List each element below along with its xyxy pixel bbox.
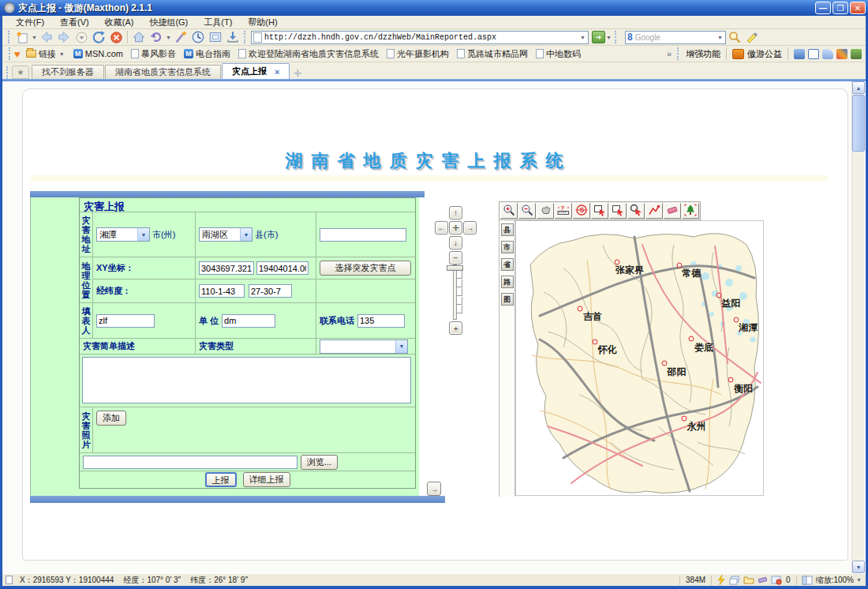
phone-input[interactable] [357,314,405,328]
minimize-button[interactable]: — [815,2,831,14]
pick-disaster-point-button[interactable]: 选择突发灾害点 [320,261,411,276]
longitude-input[interactable] [199,284,245,298]
layer-button-road[interactable]: 路 [501,276,514,288]
map-zoom-rect-button[interactable] [591,203,608,219]
map-zoom-in-button[interactable] [500,203,518,219]
tab-close-icon[interactable]: × [275,67,279,77]
search-box[interactable]: 8 Google ▼ [625,31,726,44]
maxthon-charity-link[interactable]: 傲游公益 [747,48,782,60]
hunan-map-canvas[interactable]: 张家界常德益阳湘潭吉首怀化娄底邵阳衡阳永州 [515,220,764,496]
eraser-status-icon[interactable] [758,576,768,584]
menu-groups[interactable]: 快捷组(G) [142,16,195,29]
new-tab-button[interactable]: ✛ [290,67,305,79]
scroll-up-button[interactable]: ▲ [852,81,865,94]
highlight-button[interactable] [743,30,761,45]
go-dropdown[interactable]: ▼ [605,35,612,40]
zoom-out-step-button[interactable]: − [449,251,462,264]
menu-favorites[interactable]: 收藏(A) [98,16,141,29]
map-eraser-button[interactable] [664,203,681,219]
address-dropdown[interactable]: ▼ [579,35,586,40]
address-bar[interactable]: http://dzzh.hndh.gov.cn/dzzhWeb/MainRepo… [251,31,589,44]
widget-icon[interactable] [851,49,862,59]
map-pan-button[interactable] [537,203,554,219]
boost-icon[interactable] [716,575,726,585]
map-draw-line-button[interactable] [645,203,663,219]
search-engine-dropdown[interactable]: ▼ [716,35,724,40]
panel-collapse-button[interactable]: → [427,482,441,496]
history-button[interactable] [189,30,207,45]
reporter-input[interactable] [96,314,155,328]
bookmark-photo[interactable]: 光年摄影机构 [383,47,453,61]
description-textarea[interactable] [82,357,411,403]
layer-button-map[interactable]: 图 [501,293,514,306]
scroll-down-button[interactable]: ▼ [852,561,865,573]
url-text[interactable]: http://dzzh.hndh.gov.cn/dzzhWeb/MainRepo… [264,33,579,42]
new-page-dropdown[interactable]: ▼ [31,35,38,40]
stop-button[interactable] [107,30,125,45]
zoom-dropdown-icon[interactable]: ▼ [855,577,862,583]
detail-submit-button[interactable]: 详细上报 [243,472,290,487]
scrollbar-thumb[interactable] [852,95,865,152]
refresh-button[interactable] [90,30,107,45]
pan-left-button[interactable]: ← [435,221,448,234]
zoom-panel-icon[interactable] [802,576,813,585]
latitude-input[interactable] [249,284,292,298]
menu-tools[interactable]: 工具(T) [196,16,239,29]
map-measure-button[interactable]: ? [555,203,572,219]
back-button[interactable] [38,30,55,45]
bookmark-msn[interactable]: MMSN.com [69,48,127,59]
tab-list-button[interactable]: ★ [12,66,29,79]
y-coordinate-input[interactable] [256,261,309,275]
pan-right-button[interactable]: → [463,221,477,234]
folder-status-icon[interactable] [743,576,754,584]
pan-down-button[interactable]: ↓ [449,236,462,249]
pan-center-button[interactable]: ✛ [449,221,462,234]
page-scrollbar[interactable]: ▲ ▼ [851,81,864,573]
links-folder[interactable]: 链接 ▼ [22,47,69,61]
new-page-button[interactable] [13,30,31,45]
search-go-button[interactable] [726,30,743,45]
menu-view[interactable]: 查看(V) [53,16,96,29]
file-path-input[interactable] [83,456,297,469]
disaster-type-select[interactable]: ▼ [320,340,408,354]
layer-button-county[interactable]: 县 [501,223,514,236]
plugin-v-icon[interactable] [836,49,847,59]
window-layout-icon[interactable] [808,49,819,59]
county-select[interactable]: 雨湖区▼ [199,227,253,242]
bookmark-radio[interactable]: M电台指南 [180,47,234,61]
home-button[interactable] [130,30,148,45]
skin-icon[interactable] [794,49,805,59]
submit-button[interactable]: 上报 [205,472,237,487]
magic-fill-button[interactable] [172,30,189,45]
unit-input[interactable] [222,314,275,328]
notes-icon[interactable] [822,49,833,59]
tab-server-not-found[interactable]: 找不到服务器 [32,65,104,79]
close-button[interactable]: ✕ [850,2,866,14]
undo-button[interactable] [148,30,165,45]
bookmark-baofeng[interactable]: 暴风影音 [127,47,180,61]
address-input[interactable] [320,228,406,242]
menu-file[interactable]: 文件(F) [9,16,51,29]
map-full-extent-button[interactable] [682,203,699,219]
map-select-polygon-button[interactable] [609,203,627,219]
bookmark-hunan-geo[interactable]: 欢迎登陆湖南省地质灾害信息系统 [234,47,383,61]
layer-button-province[interactable]: 省 [501,258,514,271]
pan-up-button[interactable]: ↑ [449,206,462,219]
forward-button[interactable] [55,30,73,45]
map-identify-button[interactable] [627,203,645,219]
bookmarks-overflow-chevron[interactable]: » [667,49,672,58]
city-select[interactable]: 湘潭▼ [96,227,150,242]
download-button[interactable] [224,30,241,45]
favorites-heart-icon[interactable]: ♥ [14,48,21,60]
tab-hunan-geo-system[interactable]: 湖南省地质灾害信息系统 [105,65,221,79]
bookmark-zhongdi[interactable]: 中地数码 [532,47,585,61]
zoom-in-step-button[interactable]: ＋ [449,321,462,335]
x-coordinate-input[interactable] [199,261,254,275]
undo-dropdown[interactable]: ▼ [165,35,172,40]
bookmark-milu[interactable]: 觅路城市精品网 [453,47,532,61]
popup-blocker-icon[interactable] [771,576,782,585]
tab-disaster-report[interactable]: 灾点上报× [222,63,290,79]
zoom-slider-handle[interactable] [447,265,463,271]
zoom-level[interactable]: 缩放:100% [816,575,854,586]
layer-button-city[interactable]: 市 [501,241,514,253]
